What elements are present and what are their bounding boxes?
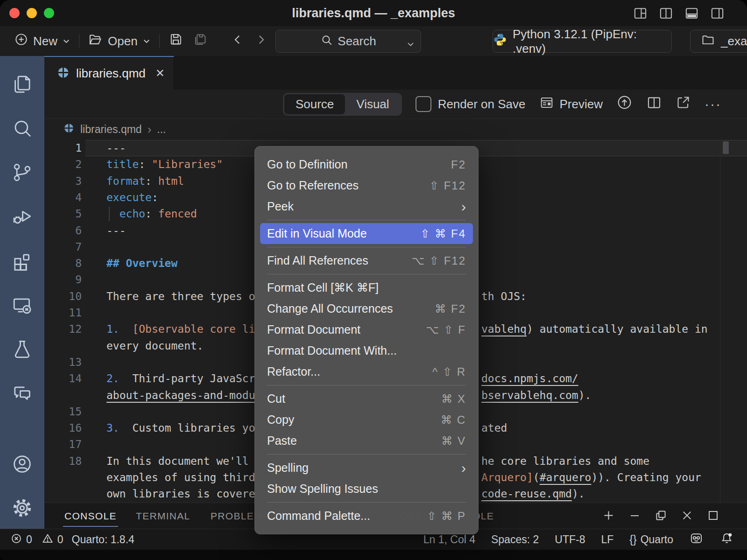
- sidebar-item-chat[interactable]: [0, 376, 44, 410]
- workspace-label: _examples: [721, 34, 747, 49]
- menu-item-label: Format Cell [⌘K ⌘F]: [267, 281, 379, 294]
- search-icon: [11, 117, 33, 139]
- toggle-secondary-sidebar-icon[interactable]: [710, 6, 725, 21]
- chevron-down-icon[interactable]: [406, 37, 415, 52]
- code-token: There are three types o: [106, 290, 255, 302]
- tab-strip: libraries.qmd ✕: [44, 56, 747, 90]
- menu-item-cut[interactable]: Cut⌘ X: [255, 388, 478, 409]
- menu-item-show-spelling-issues[interactable]: Show Spelling Issues: [255, 478, 478, 499]
- menu-item-label: Cut: [267, 392, 285, 406]
- code-token: html: [158, 175, 184, 187]
- menu-item-find-all-references[interactable]: Find All References⌥ ⇧ F12: [255, 250, 478, 271]
- tab-label: libraries.qmd: [76, 66, 146, 81]
- notifications-bell-icon[interactable]: [719, 531, 734, 548]
- activity-bar: [0, 56, 44, 529]
- menu-item-edit-in-visual-mode[interactable]: Edit in Visual Mode⇧ ⌘ F4: [260, 223, 473, 244]
- menu-item-paste[interactable]: Paste⌘ V: [255, 430, 478, 451]
- problems-status[interactable]: 0 0: [10, 532, 63, 547]
- feedback-icon[interactable]: [689, 531, 704, 548]
- menu-item-format-document[interactable]: Format Document⌥ ⇧ F: [255, 319, 478, 340]
- indentation-status[interactable]: Spaces: 2: [491, 533, 539, 546]
- breadcrumb-file[interactable]: libraries.qmd: [80, 123, 142, 136]
- editor-scrollbar-thumb[interactable]: [723, 141, 729, 154]
- sidebar-item-source-control[interactable]: [0, 155, 44, 189]
- interpreter-selector[interactable]: Python 3.12.1 (PipEnv: .venv): [493, 30, 672, 53]
- sidebar-item-settings[interactable]: [0, 491, 44, 525]
- beaker-icon: [11, 338, 33, 360]
- sidebar-item-explorer[interactable]: [0, 67, 44, 101]
- quarto-version-status[interactable]: Quarto: 1.8.4: [72, 533, 134, 546]
- menu-item-command-palette[interactable]: Command Palette...⇧ ⌘ P: [255, 505, 478, 526]
- sidebar-item-remote-explorer[interactable]: [0, 288, 44, 322]
- more-actions-icon[interactable]: ···: [705, 96, 721, 112]
- split-editor-icon[interactable]: [659, 6, 673, 21]
- code-token: own libraries is covere: [106, 488, 255, 500]
- minimize-panel-icon[interactable]: [628, 509, 641, 524]
- visual-mode-button[interactable]: Visual: [345, 94, 400, 114]
- duplicate-panel-icon[interactable]: [654, 509, 668, 524]
- toggle-panel-icon[interactable]: [684, 6, 699, 21]
- maximize-panel-icon[interactable]: [706, 509, 720, 524]
- add-console-icon[interactable]: [602, 509, 615, 524]
- line-number: 15: [44, 404, 82, 420]
- menu-item-spelling[interactable]: Spelling›: [255, 457, 478, 478]
- line-number: 14: [44, 371, 82, 387]
- workspace-button[interactable]: _examples: [690, 30, 747, 53]
- panel-tab-console[interactable]: CONSOLE: [64, 511, 117, 522]
- debug-icon: [11, 205, 33, 227]
- open-external-icon[interactable]: [676, 95, 691, 113]
- menu-item-copy[interactable]: Copy⌘ C: [255, 409, 478, 430]
- menu-item-format-document-with[interactable]: Format Document With...: [255, 340, 478, 361]
- preview-button[interactable]: Preview: [539, 95, 603, 113]
- preview-icon: [539, 95, 554, 113]
- code-line-text: examples of using third: [106, 469, 255, 486]
- breadcrumb-more[interactable]: ...: [157, 123, 166, 136]
- menu-item-refactor[interactable]: Refactor...^ ⇧ R: [255, 361, 478, 382]
- open-button[interactable]: Open: [83, 30, 155, 52]
- menu-item-format-cell-k-f[interactable]: Format Cell [⌘K ⌘F]: [255, 277, 478, 298]
- panel-tab-terminal[interactable]: TERMINAL: [136, 511, 190, 522]
- sidebar-item-run-debug[interactable]: [0, 199, 44, 233]
- save-button[interactable]: [163, 30, 188, 52]
- menu-item-change-all-occurrences[interactable]: Change All Occurrences⌘ F2: [255, 298, 478, 319]
- new-button[interactable]: New: [9, 30, 75, 52]
- code-token: :: [139, 158, 152, 170]
- preview-label: Preview: [560, 97, 603, 112]
- search-input[interactable]: Search: [275, 30, 421, 53]
- tab-libraries-qmd[interactable]: libraries.qmd ✕: [44, 56, 174, 90]
- save-all-button[interactable]: [188, 30, 213, 52]
- encoding-status[interactable]: UTF-8: [555, 533, 585, 546]
- navigate-back-button[interactable]: [226, 30, 249, 52]
- sidebar-item-testing[interactable]: [0, 332, 44, 365]
- customize-layout-icon[interactable]: [633, 6, 648, 21]
- remote-monitor-icon: [11, 294, 33, 316]
- code-token: ## Overview: [106, 257, 177, 269]
- git-branch-icon: [11, 161, 33, 183]
- navigate-forward-button[interactable]: [249, 30, 273, 52]
- render-on-save-checkbox[interactable]: [416, 96, 431, 112]
- language-mode-status[interactable]: {} Quarto: [629, 533, 673, 546]
- eol-status[interactable]: LF: [601, 533, 613, 546]
- quarto-file-icon: [63, 122, 75, 137]
- render-document-icon[interactable]: [616, 94, 633, 114]
- code-token: :: [152, 191, 158, 203]
- line-number: 4: [44, 189, 82, 206]
- cursor-position-status[interactable]: Ln 1, Col 4: [423, 533, 475, 546]
- menu-item-go-to-definition[interactable]: Go to DefinitionF2: [255, 154, 478, 175]
- braces-icon: {}: [629, 533, 636, 546]
- save-all-icon: [193, 32, 208, 50]
- split-editor-icon[interactable]: [646, 95, 662, 114]
- render-on-save-label: Render on Save: [438, 97, 526, 112]
- menu-item-peek[interactable]: Peek›: [255, 196, 478, 217]
- chevron-left-icon: [231, 33, 245, 50]
- menu-item-go-to-references[interactable]: Go to References⇧ F12: [255, 175, 478, 196]
- close-tab-icon[interactable]: ✕: [155, 67, 165, 80]
- source-mode-button[interactable]: Source: [284, 94, 345, 114]
- close-panel-icon[interactable]: [680, 509, 694, 524]
- code-token: Custom libraries yo: [132, 422, 255, 434]
- sidebar-item-search[interactable]: [0, 111, 44, 145]
- sidebar-item-extensions[interactable]: [0, 244, 44, 277]
- sidebar-item-accounts[interactable]: [0, 447, 44, 481]
- menu-item-label: Paste: [267, 434, 297, 448]
- extensions-icon: [11, 250, 33, 272]
